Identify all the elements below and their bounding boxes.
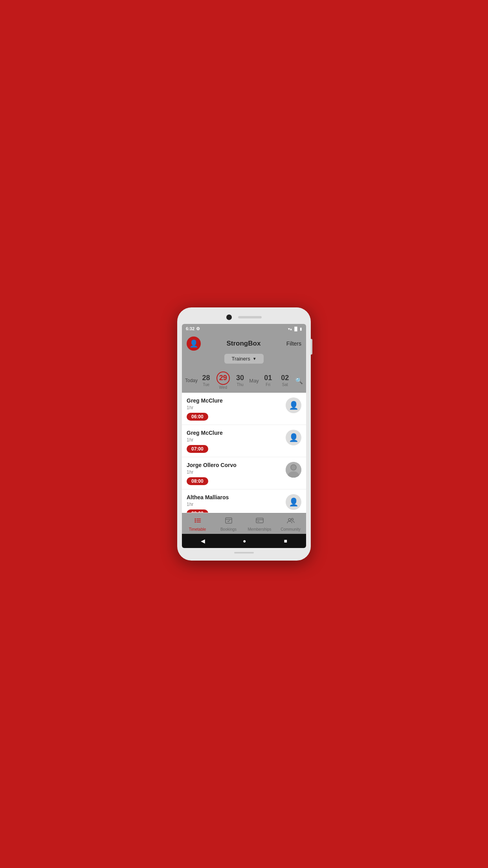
session-duration-3: 1hr xyxy=(187,469,282,475)
battery-icon: ▮ xyxy=(300,327,302,331)
trainers-select-button[interactable]: Trainers ▼ xyxy=(224,354,263,364)
weekday-fri: Fri xyxy=(266,383,270,387)
front-camera xyxy=(226,314,232,320)
time-badge-2: 07:00 xyxy=(187,445,208,453)
trainer-avatar-3 xyxy=(286,462,301,478)
time-badge-3: 08:00 xyxy=(187,477,208,485)
phone-bottom-bar xyxy=(182,552,306,554)
bookings-icon xyxy=(225,517,233,526)
filters-button[interactable]: Filters xyxy=(286,340,301,347)
trainer-avatar-1: 👤 xyxy=(286,397,301,413)
calendar-day-29[interactable]: 29 Wed xyxy=(215,371,231,390)
settings-icon: ⚙ xyxy=(196,326,200,331)
calendar-day-02[interactable]: 02 Sat xyxy=(277,374,294,387)
community-icon xyxy=(287,517,295,526)
svg-rect-13 xyxy=(256,518,263,523)
avatar-placeholder-2: 👤 xyxy=(289,433,299,442)
status-right: ▾▴ ▐▌ ▮ xyxy=(288,327,302,331)
chevron-down-icon: ▼ xyxy=(253,357,257,361)
header-row: 👤 StrongBox Filters xyxy=(187,337,301,351)
schedule-info-2: Greg McClure 1hr 07:00 xyxy=(187,430,282,453)
trainer-name-3: Jorge Ollero Corvo xyxy=(187,462,282,468)
time-badge-1: 06:00 xyxy=(187,413,208,421)
calendar-day-01[interactable]: 01 Fri xyxy=(260,374,277,387)
svg-point-7 xyxy=(194,520,196,521)
community-label: Community xyxy=(281,527,301,531)
svg-rect-11 xyxy=(226,518,232,523)
nav-item-timetable[interactable]: Timetable xyxy=(182,516,213,532)
home-indicator xyxy=(234,552,254,554)
date-29: 29 xyxy=(216,371,230,385)
schedule-item-2[interactable]: Greg McClure 1hr 07:00 👤 xyxy=(182,425,306,457)
app-header: 👤 StrongBox Filters Trainers ▼ xyxy=(182,333,306,369)
status-left: 6:32 ⚙ xyxy=(186,326,200,331)
weekday-sat: Sat xyxy=(282,383,288,387)
person-icon: 👤 xyxy=(189,339,198,348)
cell-icon: ▐▌ xyxy=(293,327,299,331)
bookings-label: Bookings xyxy=(220,527,237,531)
weekday-thu: Thu xyxy=(237,383,243,387)
date-01: 01 xyxy=(264,374,272,382)
speaker xyxy=(238,316,262,318)
month-label: May xyxy=(249,378,260,384)
nav-item-memberships[interactable]: Memberships xyxy=(244,516,275,532)
trainer-avatar-4: 👤 xyxy=(286,494,301,510)
memberships-label: Memberships xyxy=(248,527,271,531)
session-duration-1: 1hr xyxy=(187,405,282,410)
bottom-nav: Timetable Bookings xyxy=(182,513,306,534)
back-button[interactable]: ◀ xyxy=(201,538,205,544)
trainer-name-1: Greg McClure xyxy=(187,397,282,404)
wifi-icon: ▾▴ xyxy=(288,327,292,331)
trainer-name-4: Althea Malliaros xyxy=(187,494,282,500)
schedule-info-3: Jorge Ollero Corvo 1hr 08:00 xyxy=(187,462,282,485)
nav-item-community[interactable]: Community xyxy=(275,516,306,532)
svg-point-9 xyxy=(194,522,196,523)
status-bar: 6:32 ⚙ ▾▴ ▐▌ ▮ xyxy=(182,324,306,333)
user-avatar[interactable]: 👤 xyxy=(187,337,201,351)
time-badge-4: 08:00 xyxy=(187,509,208,513)
avatar-placeholder-4: 👤 xyxy=(289,497,299,507)
today-label: Today xyxy=(185,378,198,383)
timetable-icon xyxy=(194,517,202,526)
trainer-avatar-2: 👤 xyxy=(286,430,301,445)
calendar-search-icon[interactable]: 🔍 xyxy=(295,377,303,384)
android-nav-bar: ◀ ● ■ xyxy=(182,534,306,548)
date-02: 02 xyxy=(281,374,289,382)
session-duration-4: 1hr xyxy=(187,502,282,507)
app-title: StrongBox xyxy=(226,340,261,348)
schedule-item-4[interactable]: Althea Malliaros 1hr 08:00 👤 xyxy=(182,489,306,513)
volume-button xyxy=(311,339,312,355)
schedule-item-1[interactable]: Greg McClure 1hr 06:00 👤 xyxy=(182,393,306,425)
phone-device: 6:32 ⚙ ▾▴ ▐▌ ▮ 👤 StrongBox Filters Train… xyxy=(177,307,311,561)
schedule-info-4: Althea Malliaros 1hr 08:00 xyxy=(187,494,282,513)
weekday-tue: Tue xyxy=(203,383,209,387)
phone-screen: 6:32 ⚙ ▾▴ ▐▌ ▮ 👤 StrongBox Filters Train… xyxy=(182,324,306,548)
svg-point-3 xyxy=(291,465,296,470)
svg-point-16 xyxy=(288,519,291,521)
trainers-dropdown: Trainers ▼ xyxy=(187,354,301,364)
schedule-info-1: Greg McClure 1hr 06:00 xyxy=(187,397,282,421)
svg-point-5 xyxy=(194,519,196,520)
svg-rect-4 xyxy=(286,471,301,478)
status-time: 6:32 xyxy=(186,326,194,331)
calendar-day-30[interactable]: 30 Thu xyxy=(231,374,248,387)
phone-top-bar xyxy=(182,314,306,320)
schedule-item-3[interactable]: Jorge Ollero Corvo 1hr 08:00 xyxy=(182,457,306,489)
nav-item-bookings[interactable]: Bookings xyxy=(213,516,244,532)
calendar-day-28[interactable]: 28 Tue xyxy=(198,374,215,387)
timetable-label: Timetable xyxy=(189,527,206,531)
weekday-wed: Wed xyxy=(219,385,227,390)
recent-button[interactable]: ■ xyxy=(284,538,287,544)
memberships-icon xyxy=(256,517,264,526)
home-button[interactable]: ● xyxy=(243,538,246,544)
date-28: 28 xyxy=(202,374,210,382)
calendar-strip: Today 28 Tue 29 Wed 30 Thu May 01 Fri 02… xyxy=(182,369,306,393)
date-30: 30 xyxy=(236,374,244,382)
session-duration-2: 1hr xyxy=(187,437,282,443)
schedule-list: Greg McClure 1hr 06:00 👤 Greg McClure 1h… xyxy=(182,393,306,513)
avatar-placeholder-1: 👤 xyxy=(289,401,299,410)
trainer-name-2: Greg McClure xyxy=(187,430,282,436)
trainers-label: Trainers xyxy=(231,356,250,362)
svg-point-17 xyxy=(291,519,293,520)
